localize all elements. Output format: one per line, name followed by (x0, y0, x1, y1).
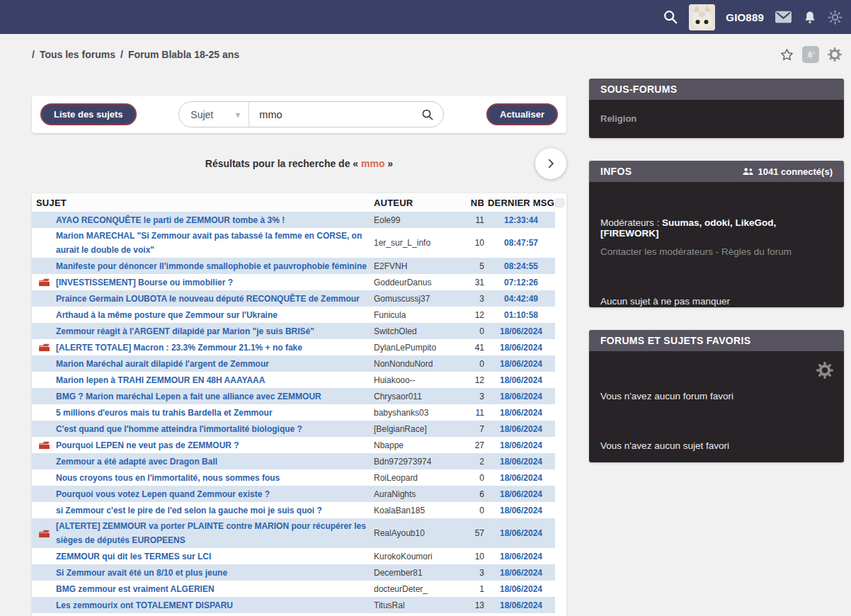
search-query-text: mmo (361, 158, 384, 169)
next-page-button[interactable] (535, 148, 566, 179)
topic-lastmsg-link[interactable]: 18/06/2024 (487, 392, 555, 401)
topic-subject-link[interactable]: [INVESTISSEMENT] Bourse ou immobilier ? (56, 275, 374, 290)
topic-author: SwitchOled (374, 326, 460, 336)
topic-lastmsg-link[interactable]: 18/06/2024 (487, 375, 555, 385)
search-icon[interactable] (663, 9, 678, 25)
settings-gear-icon[interactable] (827, 47, 843, 62)
topic-row: Zemmour peut avoir des députés ? laroque… (32, 613, 566, 616)
topic-author: Chrysaor011 (374, 392, 460, 401)
topic-subject-link[interactable]: [ALERTE TOTALE] Macron : 23.3% Zemmour 2… (56, 340, 374, 355)
topic-subject-link[interactable]: Marion lepen à TRAHI ZEMMOUR EN 48H AAAY… (56, 372, 374, 388)
topic-lastmsg-link[interactable]: 18/06/2024 (487, 528, 555, 538)
favorites-title: FORUMS ET SUJETS FAVORIS (600, 335, 750, 346)
topic-count: 5 (460, 261, 487, 271)
breadcrumb-link-forum-blabla[interactable]: Forum Blabla 18-25 ans (128, 49, 239, 60)
topic-lastmsg-link[interactable]: 04:42:49 (487, 294, 555, 304)
topic-lastmsg-link[interactable]: 18/06/2024 (487, 424, 555, 434)
topic-lastmsg-link[interactable]: 18/06/2024 (487, 343, 555, 353)
topic-author: NonNonduNord (374, 359, 460, 369)
topic-author: RealAyoub10 (374, 528, 460, 538)
topic-lastmsg-link[interactable]: 18/06/2024 (487, 440, 555, 450)
sidebar: SOUS-FORUMS Religion INFOS (589, 79, 844, 616)
topic-row-gutter (555, 581, 566, 597)
topic-subject-link[interactable]: Manifeste pour dénoncer ll'immonde small… (56, 258, 374, 274)
topic-subject-link[interactable]: Si Zemmour avait été un 8/10 et plus jeu… (56, 565, 374, 581)
topic-subject-link[interactable]: C'est quand que l'homme atteindra l'immo… (56, 421, 374, 437)
breadcrumb-link-tous-les-forums[interactable]: Tous les forums (40, 49, 115, 60)
favorite-star-icon[interactable] (779, 47, 794, 62)
topic-lastmsg-link[interactable]: 18/06/2024 (487, 552, 555, 561)
topic-lastmsg-link[interactable]: 18/06/2024 (487, 568, 555, 578)
mail-icon[interactable] (775, 10, 792, 24)
topic-row-gutter (555, 290, 566, 307)
topic-subject-link[interactable]: Zemmour peut avoir des députés ? (56, 614, 374, 616)
topic-author: babyshanks03 (374, 408, 460, 418)
topic-count: 12 (460, 310, 487, 320)
topic-subject-link[interactable]: Zemmour a été adapté avec Dragon Ball (56, 454, 374, 469)
topic-subject-link[interactable]: Praince Germain LOUBOTA le nouveau déput… (56, 291, 374, 307)
user-avatar[interactable] (689, 4, 715, 30)
topic-subject-link[interactable]: BMG zemmour est vraiment ALGERIEN (56, 581, 374, 597)
topic-subject-link[interactable]: si Zemmour c'est le pire de l'ed selon l… (56, 503, 374, 518)
topic-author: KoalaBan185 (374, 506, 460, 515)
topic-subject-link[interactable]: [ALTERTE] ZEMMOUR va porter PLAINTE cont… (56, 518, 374, 548)
topic-lastmsg-link[interactable]: 18/06/2024 (487, 359, 555, 369)
topic-subject-link[interactable]: Arthaud à la même posture que Zemmour su… (56, 307, 374, 323)
topic-subject-link[interactable]: Nous croyons tous en l'immortalité, nous… (56, 470, 374, 486)
search-filter-select[interactable]: Sujet ▼ (179, 109, 249, 120)
folder-icon (39, 440, 50, 450)
subforum-link-religion[interactable]: Religion (600, 109, 833, 129)
topic-subject-link[interactable]: BMG ? Marion maréchal Lepen a fait une a… (56, 389, 374, 404)
topic-lastmsg-link[interactable]: 18/06/2024 (487, 473, 555, 483)
username-label[interactable]: GIO889 (726, 11, 764, 23)
topic-lastmsg-link[interactable]: 18/06/2024 (487, 489, 555, 499)
no-favorite-forum-text: Vous n'avez aucun forum favori (600, 391, 833, 401)
topic-subject-link[interactable]: AYAO RECONQUÊTE le parti de ZEMMOUR tomb… (56, 212, 374, 228)
moderators-contact-links[interactable]: Contacter les modérateurs - Règles du fo… (600, 246, 833, 257)
topic-subject-link[interactable]: Marion MARECHAL "Si Zemmour avait pas ta… (56, 228, 374, 258)
topic-subject-link[interactable]: Marion Maréchal aurait dilapidé l'argent… (56, 356, 374, 372)
topic-lastmsg-link[interactable]: 18/06/2024 (487, 408, 555, 418)
topic-lastmsg-link[interactable]: 18/06/2024 (487, 457, 555, 467)
header-author: AUTEUR (374, 198, 460, 208)
topic-count: 41 (460, 343, 487, 353)
topic-row-gutter (555, 502, 566, 518)
breadcrumb-separator: / (120, 49, 123, 60)
topic-subject-link[interactable]: Pourquoi vous votez Lepen quand Zemmour … (56, 486, 374, 502)
topic-lastmsg-link[interactable]: 12:33:44 (487, 215, 555, 225)
topic-count: 12 (460, 375, 487, 385)
brightness-icon[interactable] (828, 10, 843, 25)
topic-lastmsg-link[interactable]: 08:47:57 (487, 238, 555, 248)
refresh-button[interactable]: Actualiser (486, 103, 558, 125)
topic-row: Manifeste pour dénoncer ll'immonde small… (32, 258, 566, 274)
topic-row: [ALTERTE] ZEMMOUR va porter PLAINTE cont… (32, 518, 566, 548)
results-text: Résultats pour la recherche de « mmo » (205, 158, 393, 169)
topic-list-button[interactable]: Liste des sujets (40, 103, 137, 125)
header-count: NB (460, 198, 487, 208)
topic-list: AYAO RECONQUÊTE le parti de ZEMMOUR tomb… (32, 212, 566, 616)
folder-icon (39, 278, 50, 287)
topic-author: Bdn972973974 (374, 457, 460, 467)
topic-subject-link[interactable]: ZEMMOUR qui dit les TERMES sur LCI (56, 549, 374, 564)
bell-icon[interactable] (803, 10, 817, 25)
topic-subject-link[interactable]: Les zemmourix ont TOTALEMENT DISPARU (56, 598, 374, 613)
favorites-gear-icon[interactable] (816, 361, 834, 382)
topic-lastmsg-link[interactable]: 18/06/2024 (487, 600, 555, 610)
topic-subject-link[interactable]: Pourquoi LEPEN ne veut pas de ZEMMOUR ? (56, 438, 374, 453)
topic-lastmsg-link[interactable]: 18/06/2024 (487, 506, 555, 515)
forum-alert-icon[interactable] (802, 46, 819, 63)
topic-lastmsg-link[interactable]: 18/06/2024 (487, 326, 555, 336)
topic-row: BMG ? Marion maréchal Lepen a fait une a… (32, 388, 566, 404)
topic-author: RoiLeopard (374, 473, 460, 483)
subforums-title: SOUS-FORUMS (600, 84, 677, 95)
topic-lastmsg-link[interactable]: 18/06/2024 (487, 584, 555, 594)
topic-lastmsg-link[interactable]: 08:24:55 (487, 261, 555, 271)
topic-row: Si Zemmour avait été un 8/10 et plus jeu… (32, 564, 566, 581)
topic-subject-link[interactable]: 5 millions d'euros mais tu trahis Bardel… (56, 405, 374, 421)
topic-subject-link[interactable]: Zemmour réagit à l'ARGENT dilapidé par M… (56, 324, 374, 339)
topic-lastmsg-link[interactable]: 01:10:58 (487, 310, 555, 320)
select-all-checkbox[interactable] (555, 198, 564, 207)
topic-lastmsg-link[interactable]: 07:12:26 (487, 278, 555, 287)
search-submit-button[interactable] (421, 108, 434, 121)
search-input[interactable] (249, 109, 421, 120)
